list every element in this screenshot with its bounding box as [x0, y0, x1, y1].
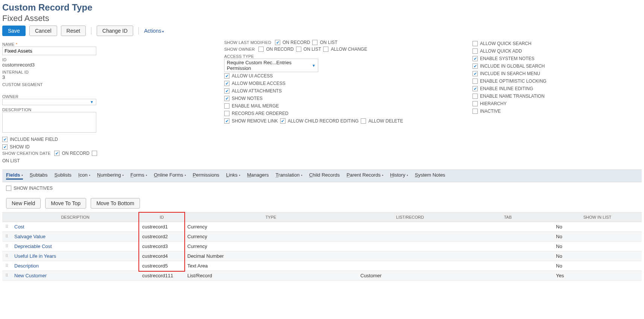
allow-quick-search-checkbox[interactable]	[472, 41, 478, 46]
subtab-history[interactable]: History	[390, 172, 408, 180]
table-row[interactable]: ⠿Salvage Valuecustrecord2CurrencyNo	[2, 232, 642, 242]
field-description-link[interactable]: Useful Life in Years	[14, 253, 56, 259]
subtab-sublists[interactable]: Sublists	[55, 172, 72, 180]
subtab-permissions[interactable]: Permissions	[193, 172, 219, 180]
field-tab-value	[463, 232, 553, 242]
drag-handle-icon[interactable]: ⠿	[2, 242, 11, 251]
description-textarea[interactable]	[2, 112, 96, 133]
owner-select[interactable]: ▼	[2, 99, 96, 105]
cancel-button[interactable]: Cancel	[29, 26, 57, 36]
table-row[interactable]: ⠿Useful Life in Yearscustrecord4Decimal …	[2, 251, 642, 261]
enable-system-notes-checkbox[interactable]	[472, 56, 478, 61]
actions-menu[interactable]: Actions▾	[144, 28, 164, 34]
subtab-icon[interactable]: Icon	[78, 172, 90, 180]
id-label: ID	[2, 57, 104, 62]
subtab-parent-records[interactable]: Parent Records	[346, 172, 383, 180]
enable-optimistic-locking-checkbox[interactable]	[472, 79, 478, 84]
subtab-links[interactable]: Links	[226, 172, 240, 180]
owner-allow-change-checkbox[interactable]	[323, 47, 328, 52]
subtab-numbering[interactable]: Numbering	[97, 172, 124, 180]
show-owner-label: SHOW OWNER	[224, 47, 255, 51]
drag-handle-icon[interactable]: ⠿	[2, 251, 11, 261]
allow-delete-checkbox[interactable]	[361, 118, 366, 124]
subtab-system-notes[interactable]: System Notes	[415, 172, 445, 180]
drag-handle-icon[interactable]: ⠿	[2, 232, 11, 242]
field-tab-value	[463, 251, 553, 261]
creation-on-record-checkbox[interactable]	[54, 151, 59, 156]
enable-system-notes-label: ENABLE SYSTEM NOTES	[480, 56, 535, 61]
subtab-managers[interactable]: Managers	[247, 172, 269, 180]
show-inactives-checkbox[interactable]	[6, 186, 11, 191]
owner-on-record-checkbox[interactable]	[258, 47, 264, 52]
reset-button[interactable]: Reset	[61, 26, 86, 36]
allow-ui-access-label: ALLOW UI ACCESS	[232, 73, 273, 79]
name-input[interactable]	[2, 47, 96, 55]
save-button[interactable]: Save	[2, 26, 26, 36]
move-to-top-button[interactable]: Move To Top	[45, 198, 86, 209]
subtab-fields[interactable]: Fields	[6, 172, 23, 180]
field-description-link[interactable]: Cost	[14, 224, 24, 230]
table-row[interactable]: ⠿New Customercustrecord111List/RecordCus…	[2, 271, 642, 281]
access-type-select[interactable]: Require Custom Rec...Entries Permission …	[224, 59, 318, 72]
subtab-subtabs[interactable]: Subtabs	[30, 172, 48, 180]
show-notes-checkbox[interactable]	[224, 96, 229, 101]
show-id-checkbox[interactable]	[2, 144, 8, 150]
field-description-link[interactable]: Depreciable Cost	[14, 243, 52, 249]
creation-on-list-checkbox[interactable]	[92, 151, 97, 156]
drag-handle-icon[interactable]: ⠿	[2, 261, 11, 271]
include-name-field-label: INCLUDE NAME FIELD	[10, 137, 58, 142]
new-field-button[interactable]: New Field	[6, 198, 41, 209]
include-in-global-search-checkbox[interactable]	[472, 63, 478, 69]
table-row[interactable]: ⠿Descriptioncustrecord5Text AreaNo	[2, 261, 642, 271]
field-id-value: custrecord3	[139, 242, 184, 251]
include-global-search-label: INCLUDE IN GLOBAL SEARCH	[480, 63, 545, 69]
subtab-translation[interactable]: Translation	[276, 172, 302, 180]
separator	[91, 27, 91, 35]
description-label: DESCRIPTION	[2, 107, 104, 112]
move-to-bottom-button[interactable]: Move To Bottom	[91, 198, 140, 209]
enable-inline-editing-checkbox[interactable]	[472, 86, 478, 91]
field-description-link[interactable]: Description	[14, 263, 39, 269]
allow-mobile-access-label: ALLOW MOBILE ACCESS	[232, 81, 286, 86]
allow-ui-access-checkbox[interactable]	[224, 73, 229, 79]
enable-name-translation-checkbox[interactable]	[472, 94, 478, 99]
field-type-value: Decimal Number	[184, 251, 357, 261]
caret-down-icon: ▼	[90, 100, 94, 104]
hierarchy-checkbox[interactable]	[472, 101, 478, 106]
drag-handle-icon[interactable]: ⠿	[2, 271, 11, 281]
lastmod-on-record-checkbox[interactable]	[275, 40, 280, 45]
table-row[interactable]: ⠿Costcustrecord1CurrencyNo	[2, 222, 642, 232]
allow-child-record-editing-checkbox[interactable]	[280, 118, 286, 124]
field-tab-value	[463, 222, 553, 232]
col-showinlist: SHOW IN LIST	[553, 213, 642, 222]
change-id-button[interactable]: Change ID	[97, 26, 133, 36]
field-id-value: custrecord4	[139, 251, 184, 261]
include-name-field-checkbox[interactable]	[2, 137, 8, 142]
enable-mail-merge-label: ENABLE MAIL MERGE	[232, 103, 279, 109]
allow-quick-add-label: ALLOW QUICK ADD	[480, 48, 522, 54]
allow-mobile-access-checkbox[interactable]	[224, 81, 229, 86]
include-in-search-menu-checkbox[interactable]	[472, 71, 478, 76]
field-type-value: Currency	[184, 242, 357, 251]
field-listrecord-value	[357, 232, 463, 242]
owner-on-record-label: ON RECORD	[266, 47, 293, 52]
allow-attachments-checkbox[interactable]	[224, 88, 229, 94]
owner-on-list-checkbox[interactable]	[296, 47, 301, 52]
subtab-online-forms[interactable]: Online Forms	[154, 172, 186, 180]
inactive-checkbox[interactable]	[472, 109, 478, 114]
creation-on-list-label: ON LIST	[2, 158, 20, 163]
field-description-link[interactable]: New Customer	[14, 273, 47, 278]
subtab-forms[interactable]: Forms	[131, 172, 147, 180]
show-creation-date-label: SHOW CREATION DATE	[2, 151, 50, 156]
enable-mail-merge-checkbox[interactable]	[224, 103, 229, 109]
allow-quick-add-checkbox[interactable]	[472, 48, 478, 54]
field-type-value: Text Area	[184, 261, 357, 271]
table-row[interactable]: ⠿Depreciable Costcustrecord3CurrencyNo	[2, 242, 642, 251]
lastmod-on-list-checkbox[interactable]	[312, 40, 317, 45]
show-remove-link-checkbox[interactable]	[224, 118, 229, 124]
records-are-ordered-checkbox[interactable]	[224, 111, 229, 116]
field-showinlist-value: No	[553, 251, 642, 261]
drag-handle-icon[interactable]: ⠿	[2, 222, 11, 232]
field-description-link[interactable]: Salvage Value	[14, 234, 46, 239]
subtab-child-records[interactable]: Child Records	[309, 172, 340, 180]
